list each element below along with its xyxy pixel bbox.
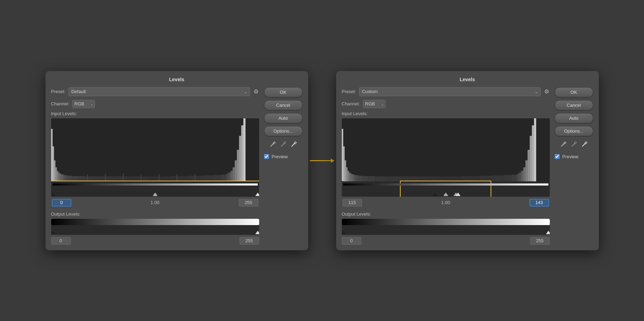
- right-out-black-input[interactable]: [342, 237, 361, 245]
- right-black-input[interactable]: [342, 199, 362, 207]
- left-preset-select[interactable]: Default Custom: [68, 87, 250, 96]
- left-out-white-triangle[interactable]: [255, 231, 259, 234]
- left-dialog-title: Levels: [51, 77, 303, 82]
- svg-rect-33: [87, 174, 88, 181]
- svg-rect-25: [228, 173, 230, 181]
- right-preview-checkbox[interactable]: [555, 154, 560, 159]
- svg-rect-27: [233, 167, 235, 181]
- left-cancel-button[interactable]: Cancel: [264, 100, 303, 110]
- svg-rect-91: [584, 141, 587, 144]
- right-gradient-bar: [343, 183, 548, 186]
- right-white-triangle[interactable]: [456, 193, 461, 196]
- right-combined-input: [342, 118, 550, 197]
- svg-rect-58: [350, 174, 352, 181]
- right-mid-triangle[interactable]: [443, 193, 448, 196]
- left-white-input[interactable]: [239, 199, 258, 207]
- svg-rect-88: [574, 141, 576, 144]
- right-black-triangle[interactable]: [433, 193, 438, 196]
- right-cancel-button[interactable]: Cancel: [555, 100, 593, 110]
- svg-rect-29: [237, 150, 239, 181]
- right-input-levels-label: Input Levels:: [342, 111, 550, 116]
- left-black-triangle[interactable]: [51, 193, 55, 196]
- left-output-levels-label: Output Levels:: [51, 211, 259, 217]
- left-out-white-input[interactable]: [240, 237, 259, 245]
- left-white-eyedropper[interactable]: [290, 140, 298, 150]
- right-dialog-main: Preset: Default Custom ⚙ Channel: RGB: [342, 87, 550, 245]
- svg-rect-61: [356, 175, 359, 181]
- left-out-black-input[interactable]: [51, 237, 71, 245]
- left-black-input[interactable]: [52, 199, 71, 207]
- svg-rect-76: [519, 173, 521, 181]
- svg-rect-80: [527, 150, 529, 181]
- svg-rect-66: [386, 176, 400, 181]
- right-black-eyedropper-icon: [560, 141, 567, 147]
- right-ok-button[interactable]: OK: [555, 87, 593, 97]
- svg-rect-71: [479, 176, 493, 181]
- right-out-white-triangle[interactable]: [546, 231, 550, 234]
- right-out-black-triangle[interactable]: [342, 231, 346, 234]
- left-black-eyedropper[interactable]: [269, 140, 277, 150]
- right-gray-eyedropper[interactable]: [570, 140, 578, 150]
- left-out-black-triangle[interactable]: [51, 231, 55, 234]
- left-options-button[interactable]: Options...: [264, 126, 303, 136]
- left-white-eyedropper-icon: [291, 141, 297, 147]
- svg-rect-47: [294, 141, 296, 144]
- right-output-combined: [342, 219, 550, 235]
- left-gray-eyedropper[interactable]: [279, 140, 287, 150]
- left-auto-button[interactable]: Auto: [264, 113, 303, 123]
- left-preview-checkbox[interactable]: [264, 154, 269, 159]
- svg-rect-28: [235, 160, 237, 181]
- right-output-gradient: [342, 219, 550, 225]
- svg-rect-77: [521, 171, 523, 181]
- left-output-combined: [51, 219, 259, 235]
- svg-rect-11: [68, 176, 72, 181]
- left-channel-select-wrapper[interactable]: RGB Red Green Blue: [72, 100, 95, 108]
- left-channel-label: Channel:: [51, 101, 69, 106]
- right-channel-select[interactable]: RGB Red Green Blue: [363, 100, 386, 108]
- right-gray-eyedropper-icon: [571, 141, 577, 147]
- svg-rect-70: [461, 176, 479, 181]
- svg-rect-55: [346, 167, 347, 181]
- right-options-button[interactable]: Options...: [555, 126, 593, 136]
- right-channel-select-wrapper[interactable]: RGB Red Green Blue: [363, 100, 386, 108]
- left-preset-select-wrapper[interactable]: Default Custom: [68, 87, 250, 96]
- svg-rect-41: [273, 141, 275, 144]
- left-mid-value: 1.00: [145, 200, 165, 205]
- left-gradient-bar: [53, 183, 258, 186]
- svg-rect-69: [439, 176, 461, 181]
- svg-rect-54: [345, 160, 346, 181]
- svg-rect-34: [105, 174, 105, 181]
- right-black-eyedropper[interactable]: [560, 140, 567, 150]
- arrow-container: [308, 156, 336, 165]
- svg-rect-24: [226, 174, 228, 181]
- svg-rect-21: [203, 175, 214, 181]
- svg-rect-67: [400, 176, 418, 181]
- left-input-values: 1.00: [51, 199, 259, 207]
- left-input-levels-label: Input Levels:: [51, 111, 259, 116]
- svg-rect-7: [60, 174, 61, 181]
- right-preset-select[interactable]: Default Custom: [359, 87, 541, 96]
- right-white-eyedropper[interactable]: [581, 140, 588, 150]
- right-dialog: Levels Preset: Default Custom ⚙ Cha: [336, 71, 599, 250]
- left-mid-triangle[interactable]: [153, 193, 158, 196]
- left-channel-select[interactable]: RGB Red Green Blue: [72, 100, 95, 108]
- left-white-triangle[interactable]: [255, 193, 259, 196]
- left-gear-button[interactable]: ⚙: [253, 88, 259, 96]
- svg-rect-37: [159, 174, 159, 181]
- right-out-white-input[interactable]: [530, 237, 550, 245]
- right-white-input[interactable]: [529, 199, 549, 207]
- svg-rect-36: [141, 174, 141, 181]
- left-channel-row: Channel: RGB Red Green Blue: [51, 100, 259, 108]
- right-gear-button[interactable]: ⚙: [543, 88, 550, 96]
- svg-rect-19: [171, 176, 188, 181]
- svg-rect-82: [532, 125, 534, 181]
- svg-rect-5: [57, 171, 58, 181]
- transition-arrow: [308, 156, 336, 165]
- svg-rect-35: [123, 174, 123, 181]
- right-preset-select-wrapper[interactable]: Default Custom: [359, 87, 541, 96]
- left-output-values: [51, 237, 259, 245]
- left-ok-button[interactable]: OK: [264, 87, 303, 97]
- left-input-slider-area: [51, 181, 259, 197]
- right-channel-row: Channel: RGB Red Green Blue: [342, 100, 550, 108]
- right-auto-button[interactable]: Auto: [555, 113, 593, 123]
